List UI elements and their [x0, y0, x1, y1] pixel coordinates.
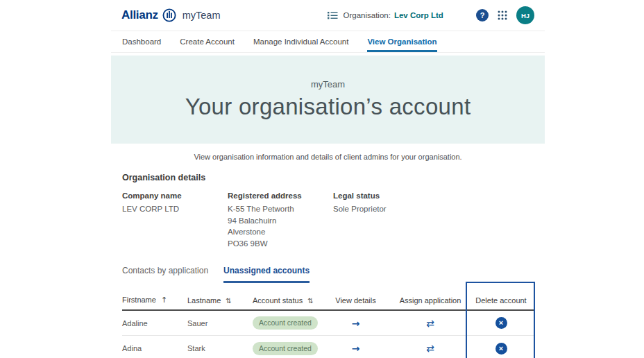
- app-grid-icon[interactable]: [498, 10, 507, 20]
- column-label: Account status: [253, 296, 303, 305]
- top-actions: ? HJ: [476, 6, 534, 24]
- help-icon[interactable]: ?: [476, 9, 489, 22]
- field-legal-status: Legal status Sole Proprietor: [333, 191, 387, 249]
- detail-fields: Company name LEV CORP LTD Registered add…: [122, 191, 534, 249]
- field-company-name: Company name LEV CORP LTD: [122, 191, 228, 249]
- allianz-eagle-icon: [162, 8, 176, 22]
- nav-item-create-account[interactable]: Create Account: [180, 31, 235, 52]
- field-value: Sole Proprietor: [333, 203, 387, 215]
- field-label: Legal status: [333, 191, 387, 200]
- cell-account-status: Account created: [253, 316, 319, 330]
- table-row: Adaline Sauer Account created → ⇄ ×: [122, 311, 534, 336]
- help-glyph: ?: [480, 11, 485, 19]
- nav-item-view-organisation[interactable]: View Organisation: [367, 31, 437, 52]
- hero-eyebrow: myTeam: [311, 79, 345, 90]
- assign-application-icon[interactable]: ⇄: [426, 318, 434, 329]
- cell-assign-application: ⇄: [392, 318, 468, 329]
- user-avatar[interactable]: HJ: [516, 6, 534, 24]
- status-badge: Account created: [253, 342, 318, 355]
- top-bar: Allianz myTeam: [111, 0, 545, 31]
- sort-both-icon: ⇅: [226, 297, 231, 305]
- hero-banner: myTeam Your organisation’s account: [111, 56, 545, 144]
- cell-firstname: Adina: [122, 344, 187, 352]
- cell-delete-account: ×: [468, 343, 534, 355]
- view-details-arrow-icon[interactable]: →: [352, 318, 360, 329]
- cell-view-details: →: [319, 343, 392, 354]
- address-line: 94 Balachuirn: [228, 215, 333, 227]
- page-title: Your organisation’s account: [185, 94, 471, 120]
- assign-application-icon[interactable]: ⇄: [426, 343, 434, 354]
- page: Allianz myTeam: [0, 0, 644, 358]
- brand-logo[interactable]: Allianz myTeam: [121, 8, 220, 22]
- field-value: LEV CORP LTD: [122, 203, 228, 215]
- column-label: Lastname: [187, 296, 221, 305]
- status-badge: Account created: [253, 316, 318, 330]
- main-nav: Dashboard Create Account Manage Individu…: [111, 31, 545, 53]
- delete-account-icon[interactable]: ×: [495, 343, 507, 355]
- organisation-label: Organisation:: [343, 11, 390, 19]
- nav-item-dashboard[interactable]: Dashboard: [122, 31, 161, 52]
- accounts-table: Firstname↑ Lastname⇅ Account status⇅ Vie…: [122, 291, 534, 358]
- sort-asc-icon: ↑: [161, 296, 167, 305]
- column-header-assign-application: Assign application: [392, 296, 468, 305]
- avatar-initials: HJ: [521, 12, 529, 19]
- address-line: PO36 9BW: [228, 238, 333, 250]
- content-column: Allianz myTeam: [111, 0, 545, 358]
- list-icon: [328, 11, 338, 19]
- column-label: Firstname: [122, 296, 156, 304]
- cell-delete-account: ×: [468, 317, 534, 329]
- address-line: K-55 The Petworth: [228, 203, 333, 215]
- field-label: Registered address: [228, 191, 333, 200]
- cell-lastname: Sauer: [187, 319, 253, 327]
- table-header-row: Firstname↑ Lastname⇅ Account status⇅ Vie…: [122, 291, 534, 311]
- address-line: Alverstone: [228, 226, 333, 238]
- table-row: Adina Stark Account created → ⇄ ×: [122, 336, 534, 358]
- organisation-details-section: Organisation details Company name LEV CO…: [122, 173, 534, 249]
- cell-assign-application: ⇄: [392, 343, 468, 354]
- column-header-lastname[interactable]: Lastname⇅: [187, 296, 253, 305]
- cell-view-details: →: [319, 318, 392, 329]
- section-heading: Organisation details: [122, 173, 534, 182]
- cell-account-status: Account created: [253, 342, 319, 355]
- product-name: myTeam: [183, 10, 221, 21]
- contacts-tabs: Contacts by application Unassigned accou…: [122, 266, 534, 284]
- organisation-value: Lev Corp Ltd: [394, 11, 443, 19]
- nav-item-manage-individual-account[interactable]: Manage Individual Account: [253, 31, 348, 52]
- tab-unassigned-accounts[interactable]: Unassigned accounts: [223, 266, 310, 283]
- column-header-view-details: View details: [319, 296, 392, 305]
- field-registered-address: Registered address K-55 The Petworth 94 …: [228, 191, 333, 249]
- sort-both-icon: ⇅: [307, 297, 313, 305]
- cell-lastname: Stark: [187, 344, 253, 352]
- organisation-selector[interactable]: Organisation: Lev Corp Ltd: [328, 11, 443, 19]
- cell-firstname: Adaline: [122, 319, 187, 327]
- column-header-firstname[interactable]: Firstname↑: [122, 296, 187, 305]
- page-description: View organisation information and detail…: [111, 153, 545, 161]
- field-label: Company name: [122, 191, 228, 200]
- tab-contacts-by-application[interactable]: Contacts by application: [122, 266, 208, 283]
- column-header-account-status[interactable]: Account status⇅: [253, 296, 319, 305]
- column-header-delete-account: Delete account: [468, 296, 534, 305]
- delete-account-icon[interactable]: ×: [495, 317, 507, 329]
- brand-wordmark: Allianz: [121, 8, 158, 22]
- view-details-arrow-icon[interactable]: →: [352, 343, 360, 354]
